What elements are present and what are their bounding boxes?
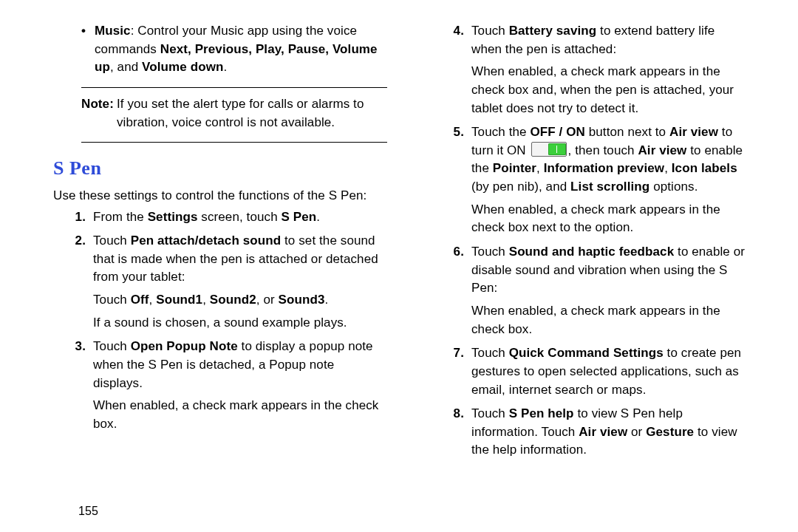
numbered-step: 5.Touch the OFF / ON button next to Air … [432, 123, 748, 240]
bold-run: Pen attach/detach sound [131, 233, 282, 248]
step-paragraph: Touch Battery saving to extend battery l… [471, 22, 748, 58]
step-paragraph: If a sound is chosen, a sound example pl… [93, 314, 387, 332]
text-run: . [316, 210, 320, 224]
step-paragraph: Touch the OFF / ON button next to Air vi… [471, 123, 748, 197]
page-number: 155 [78, 502, 98, 519]
text-run: Touch [93, 339, 131, 353]
text-run: When enabled, a check mark appears in th… [93, 398, 378, 431]
step-number: 2. [53, 232, 93, 335]
step-number: 3. [53, 338, 93, 436]
step-number: 5. [432, 123, 471, 240]
text-run: (by pen nib), and [471, 180, 570, 194]
text-run: From the [93, 210, 148, 224]
step-paragraph: When enabled, a check mark appears in th… [93, 397, 387, 433]
step-body: Touch Open Popup Note to display a popup… [93, 338, 387, 436]
bold-run: S Pen [282, 210, 317, 224]
step-body: Touch the OFF / ON button next to Air vi… [471, 123, 748, 240]
bold-run: Air view [579, 425, 627, 439]
text-run: Touch [471, 245, 509, 259]
text-run: Touch [471, 24, 509, 38]
step-paragraph: Touch Quick Command Settings to create p… [471, 344, 748, 399]
bold-run: Battery saving [509, 24, 597, 38]
text-run: , [536, 161, 544, 175]
bold-run: Settings [148, 210, 198, 224]
step-body: From the Settings screen, touch S Pen. [93, 208, 387, 230]
step-number: 7. [432, 344, 471, 402]
text-run: , [664, 161, 672, 175]
note-label: Note: [81, 95, 114, 132]
step-number: 6. [432, 243, 471, 341]
text-run: , [202, 293, 210, 307]
text-run: Touch [471, 406, 509, 420]
divider-bottom [81, 142, 387, 143]
left-column: • Music: Control your Music app using th… [53, 22, 400, 532]
note: Note: If you set the alert type for call… [81, 95, 387, 132]
text-run: Touch [93, 293, 131, 307]
step-paragraph: Touch Sound and haptic feedback to enabl… [471, 243, 748, 298]
step-body: Touch Sound and haptic feedback to enabl… [471, 243, 748, 341]
manual-page: • Music: Control your Music app using th… [0, 0, 798, 532]
bold-run: Air view [669, 125, 718, 139]
step-paragraph: Touch Off, Sound1, Sound2, or Sound3. [93, 291, 387, 310]
step-paragraph: When enabled, a check mark appears in th… [471, 302, 748, 338]
bold-run: Information preview [544, 161, 664, 175]
music-text2: , and [110, 60, 142, 74]
step-paragraph: Touch S Pen help to view S Pen help info… [471, 405, 748, 460]
numbered-step: 6.Touch Sound and haptic feedback to ena… [432, 243, 748, 341]
bold-run: Sound and haptic feedback [509, 245, 675, 259]
bold-run: Icon labels [672, 161, 737, 175]
bold-run: Pointer [493, 161, 536, 175]
step-paragraph: Touch Open Popup Note to display a popup… [93, 338, 387, 392]
text-run: screen, touch [198, 210, 282, 224]
right-column: 4.Touch Battery saving to extend battery… [400, 22, 748, 532]
bold-run: Sound2 [210, 293, 256, 307]
text-run: or [627, 425, 646, 439]
numbered-step: 1.From the Settings screen, touch S Pen. [53, 208, 387, 230]
bold-run: List scrolling [570, 180, 649, 194]
numbered-step: 4.Touch Battery saving to extend battery… [432, 22, 748, 120]
bold-run: Sound3 [279, 293, 325, 307]
music-cmds2: Volume down [142, 60, 223, 74]
divider-top [81, 87, 387, 88]
step-paragraph: When enabled, a check mark appears in th… [471, 63, 748, 117]
step-body: Touch Pen attach/detach sound to set the… [93, 232, 387, 335]
music-text3: . [223, 60, 227, 74]
toggle-on-icon [531, 142, 567, 157]
text-run: When enabled, a check mark appears in th… [471, 304, 720, 336]
bold-run: Quick Command Settings [509, 346, 664, 360]
bold-run: Gesture [646, 425, 694, 439]
text-run: When enabled, a check mark appears in th… [471, 64, 734, 115]
step-body: Touch Battery saving to extend battery l… [471, 22, 748, 120]
step-number: 4. [432, 22, 471, 120]
text-run: If a sound is chosen, a sound example pl… [93, 316, 347, 330]
bold-run: OFF / ON [530, 125, 584, 139]
numbered-step: 8.Touch S Pen help to view S Pen help in… [432, 405, 748, 463]
note-body: If you set the alert type for calls or a… [117, 95, 387, 132]
bold-run: Air view [638, 143, 686, 157]
bold-run: S Pen help [509, 406, 574, 420]
step-paragraph: Touch Pen attach/detach sound to set the… [93, 232, 387, 287]
text-run: . [324, 293, 328, 307]
text-run: When enabled, a check mark appears in th… [471, 202, 720, 235]
step-body: Touch S Pen help to view S Pen help info… [471, 405, 748, 463]
bold-run: Sound1 [156, 293, 202, 307]
step-paragraph: When enabled, a check mark appears in th… [471, 201, 748, 237]
bullet-dot-icon: • [81, 22, 95, 77]
step-number: 1. [53, 208, 93, 230]
music-bullet: • Music: Control your Music app using th… [81, 22, 387, 77]
step-paragraph: From the Settings screen, touch S Pen. [93, 208, 387, 227]
section-intro: Use these settings to control the functi… [53, 187, 387, 205]
text-run: Touch [93, 233, 131, 248]
bold-run: Open Popup Note [131, 339, 238, 353]
step-number: 8. [432, 405, 471, 463]
right-steps: 4.Touch Battery saving to extend battery… [432, 22, 748, 463]
text-run: options. [649, 180, 698, 194]
numbered-step: 7.Touch Quick Command Settings to create… [432, 344, 748, 402]
section-heading: S Pen [53, 154, 387, 183]
numbered-step: 2.Touch Pen attach/detach sound to set t… [53, 232, 387, 335]
text-run: button next to [585, 125, 669, 139]
numbered-step: 3.Touch Open Popup Note to display a pop… [53, 338, 387, 436]
text-run: , or [256, 293, 279, 307]
text-run: Touch [471, 346, 509, 360]
text-run: Touch the [471, 125, 530, 139]
